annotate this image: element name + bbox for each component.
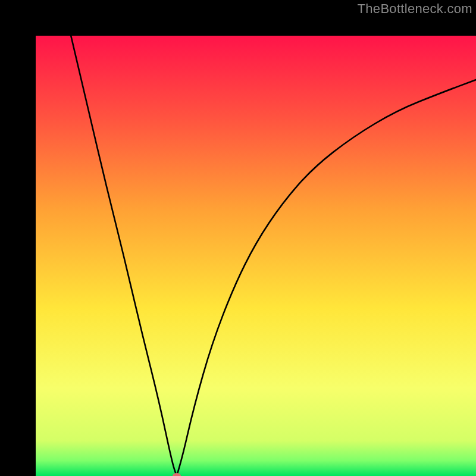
bottleneck-curve bbox=[36, 36, 476, 476]
vertex-marker bbox=[173, 473, 181, 476]
plot-area bbox=[36, 36, 476, 476]
watermark-text: TheBottleneck.com bbox=[358, 1, 472, 17]
chart-frame bbox=[0, 0, 476, 476]
